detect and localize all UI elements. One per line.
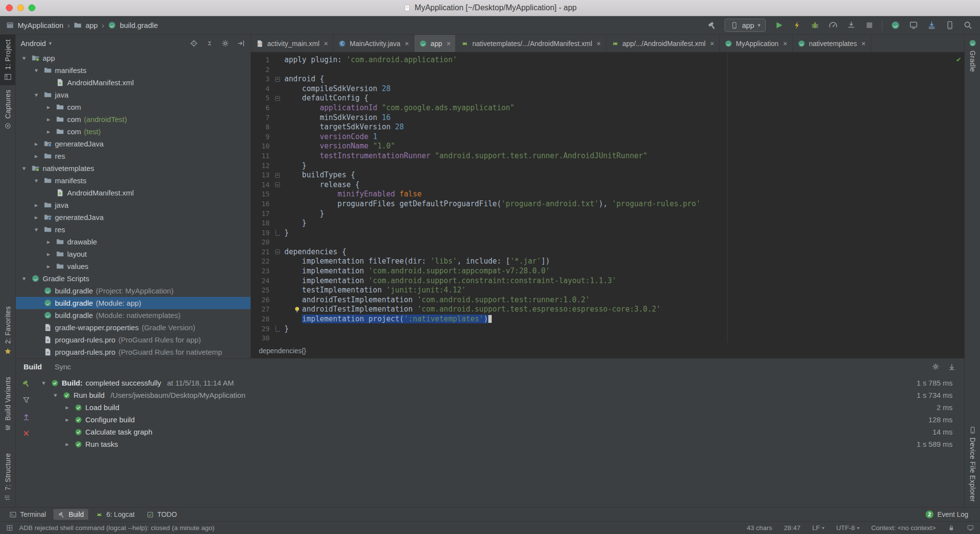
chevron-right-icon[interactable]: ▸: [32, 214, 41, 221]
tool-button-captures[interactable]: Captures: [0, 85, 15, 134]
profile-button[interactable]: [828, 20, 838, 31]
code-line-25[interactable]: 25 testImplementation 'junit:junit:4.12': [251, 286, 964, 295]
build-hammer-icon[interactable]: [706, 20, 717, 31]
locate-file-icon[interactable]: [189, 39, 199, 48]
code-line-2[interactable]: 2: [251, 65, 964, 75]
close-tab-icon[interactable]: ×: [710, 39, 714, 48]
caret-position[interactable]: 28:47: [784, 524, 801, 532]
close-tab-icon[interactable]: ×: [447, 39, 451, 48]
build-tree-row[interactable]: ▾Build:completed successfullyat 11/5/18,…: [36, 377, 964, 389]
zoom-window-button[interactable]: [28, 4, 35, 11]
code-line-8[interactable]: 8 targetSdkVersion 28: [251, 122, 964, 132]
code-editor[interactable]: 1apply plugin: 'com.android.application'…: [251, 52, 964, 343]
chevron-down-icon[interactable]: ▾: [20, 54, 28, 62]
chevron-right-icon[interactable]: ▸: [44, 116, 53, 123]
project-tree-item[interactable]: build.gradle(Module: app): [16, 297, 251, 309]
chevron-down-icon[interactable]: ▾: [32, 91, 41, 98]
project-tree-item[interactable]: ▸com(test): [16, 125, 251, 138]
code-line-10[interactable]: 10 versionName "1.0": [251, 142, 964, 151]
editor-tab-app-androidmanifest-xml[interactable]: app/.../AndroidManifest.xml×: [606, 35, 720, 52]
build-panel-tab-sync[interactable]: Sync: [55, 363, 71, 371]
chevron-right-icon[interactable]: ▸: [32, 140, 41, 147]
inspection-status-ok-icon[interactable]: ✔: [956, 55, 961, 65]
tool-button-gradle[interactable]: Gradle: [965, 35, 980, 76]
tool-button-build[interactable]: Build: [53, 509, 88, 520]
chevron-right-icon[interactable]: ▸: [44, 263, 53, 270]
project-tree-item[interactable]: proguard-rules.pro(ProGuard Rules for ap…: [16, 334, 251, 346]
project-tree-item[interactable]: ▾Gradle Scripts: [16, 272, 251, 285]
project-tree-item[interactable]: ▸com: [16, 101, 251, 113]
breadcrumb-item-app[interactable]: app: [74, 21, 98, 29]
project-tree-item[interactable]: ▸values: [16, 260, 251, 272]
editor-tab-nativetemplates[interactable]: nativetemplates×: [793, 35, 871, 52]
code-line-13[interactable]: 13 buildTypes {: [251, 170, 964, 180]
close-window-button[interactable]: [6, 4, 13, 11]
code-line-27[interactable]: 27 androidTestImplementation 'com.androi…: [251, 305, 964, 315]
editor-tab-nativetemplates-androidmanifest-xml[interactable]: nativetemplates/.../AndroidManifest.xml×: [456, 35, 606, 52]
chevron-right-icon[interactable]: ▸: [44, 238, 53, 245]
run-config-selector[interactable]: app ▾: [725, 19, 766, 32]
project-tree-item[interactable]: AndroidManifest.xml: [16, 76, 251, 89]
debug-button[interactable]: [809, 20, 820, 31]
settings-gear-icon[interactable]: [221, 39, 230, 48]
chevron-down-icon[interactable]: ▾: [32, 226, 41, 233]
project-tree-item[interactable]: ▾nativetemplates: [16, 162, 251, 174]
monitor-icon[interactable]: [967, 524, 974, 532]
tool-button-todo[interactable]: TODO: [142, 509, 181, 520]
project-tree-item[interactable]: ▾manifests: [16, 174, 251, 187]
code-line-30[interactable]: 30: [251, 334, 964, 343]
breadcrumb-item-myapplication[interactable]: MyApplication: [6, 21, 63, 29]
chevron-right-icon[interactable]: ▸: [44, 250, 53, 258]
code-line-17[interactable]: 17 }: [251, 209, 964, 219]
fold-collapse-icon[interactable]: [275, 77, 280, 82]
search-everywhere-icon[interactable]: [962, 20, 973, 31]
chevron-right-icon[interactable]: ▸: [44, 128, 53, 135]
code-line-6[interactable]: 6 applicationId "com.google.ads.myapplic…: [251, 103, 964, 113]
code-line-28[interactable]: 28 implementation project(':nativetempla…: [251, 315, 964, 324]
code-line-5[interactable]: 5 defaultConfig {: [251, 94, 964, 103]
chevron-down-icon[interactable]: ▾: [32, 67, 41, 74]
project-tree-item[interactable]: ▾java: [16, 89, 251, 101]
project-tree-item[interactable]: ▸generatedJava: [16, 138, 251, 150]
tool-window-switcher-icon[interactable]: [6, 524, 13, 532]
encoding-selector[interactable]: UTF-8 ▾: [836, 524, 859, 532]
code-line-24[interactable]: 24 implementation 'com.android.support.c…: [251, 276, 964, 286]
editor-tab-activity-main-xml[interactable]: activity_main.xml×: [251, 35, 333, 52]
code-line-1[interactable]: 1apply plugin: 'com.android.application': [251, 55, 964, 65]
project-tree-item[interactable]: ▸res: [16, 150, 251, 162]
chevron-right-icon[interactable]: ▸: [63, 440, 72, 448]
close-tab-icon[interactable]: ×: [861, 39, 866, 48]
event-log-button[interactable]: 2 Event Log: [926, 510, 975, 518]
fold-collapse-icon[interactable]: [275, 182, 280, 187]
code-line-19[interactable]: 19}: [251, 228, 964, 238]
filter-build-output-icon[interactable]: [22, 395, 31, 405]
stop-button[interactable]: [864, 20, 875, 31]
status-message[interactable]: ADB rejected shell command (logcat --hel…: [19, 524, 214, 532]
attach-debugger-icon[interactable]: [846, 20, 856, 31]
code-line-4[interactable]: 4 compileSdkVersion 28: [251, 84, 964, 94]
chevron-down-icon[interactable]: ▾: [20, 165, 28, 172]
chevron-right-icon[interactable]: ▸: [32, 201, 41, 209]
project-tree-item[interactable]: proguard-rules.pro(ProGuard Rules for na…: [16, 346, 251, 358]
export-build-report-icon[interactable]: [22, 412, 31, 421]
chevron-down-icon[interactable]: ▾: [20, 275, 28, 282]
chevron-right-icon[interactable]: ▸: [63, 416, 72, 423]
close-tab-icon[interactable]: ×: [405, 39, 409, 48]
close-tab-icon[interactable]: ×: [783, 39, 787, 48]
project-view-selector[interactable]: Android ▾: [21, 39, 51, 48]
run-build-icon[interactable]: [22, 379, 31, 388]
chevron-right-icon[interactable]: ▸: [63, 404, 72, 411]
chevron-down-icon[interactable]: ▾: [32, 177, 41, 184]
code-line-18[interactable]: 18 }: [251, 218, 964, 228]
chevron-right-icon[interactable]: ▸: [32, 152, 41, 160]
tool-button-terminal[interactable]: Terminal: [5, 509, 50, 520]
project-tree-item[interactable]: ▸generatedJava: [16, 211, 251, 223]
code-line-9[interactable]: 9 versionCode 1: [251, 132, 964, 142]
code-line-21[interactable]: 21dependencies {: [251, 247, 964, 257]
fold-collapse-icon[interactable]: [275, 96, 280, 101]
code-line-7[interactable]: 7 minSdkVersion 16: [251, 113, 964, 123]
project-tree-item[interactable]: ▸com(androidTest): [16, 113, 251, 125]
editor-tab-myapplication[interactable]: MyApplication×: [720, 35, 793, 52]
apply-changes-icon[interactable]: [791, 20, 802, 31]
project-tree-item[interactable]: ▾res: [16, 223, 251, 236]
